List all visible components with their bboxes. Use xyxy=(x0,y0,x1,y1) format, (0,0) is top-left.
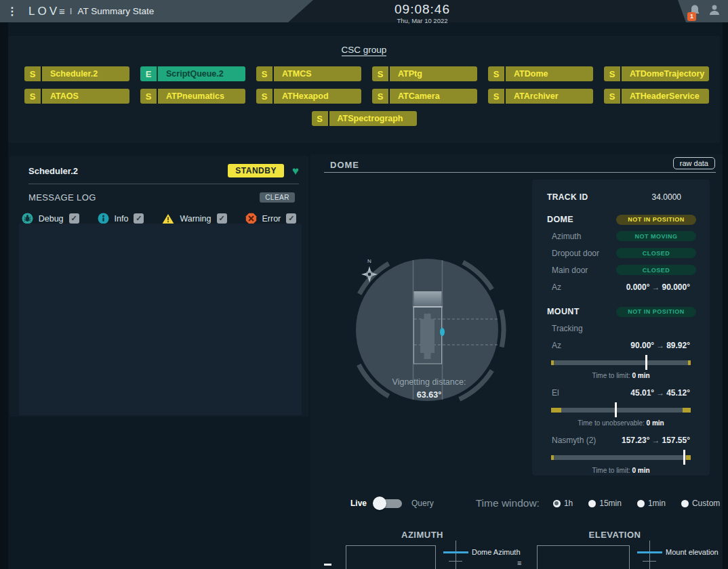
topbar-right-section: 1 xyxy=(658,0,728,22)
csc-label: ATCamera xyxy=(390,89,477,104)
time-window-options: 1h 15min 1min Custom xyxy=(553,499,720,508)
arrow-icon: → xyxy=(654,341,666,350)
mount-el-row: El 45.01°→45.12° xyxy=(532,385,710,401)
csc-button-atdometrajectory[interactable]: SATDomeTrajectory xyxy=(604,66,709,81)
csc-label: ATHexapod xyxy=(274,89,361,104)
row-label: Az xyxy=(552,341,561,350)
csc-state-badge: S xyxy=(372,66,388,81)
dome-az-row: Az 0.000°→90.000° xyxy=(532,278,710,295)
az-current: 0.000° xyxy=(626,282,650,292)
time-controls-row: Live Query Time window: 1h 15min 1min Cu… xyxy=(310,493,723,513)
legend-crosshair-vline xyxy=(649,541,650,569)
csc-button-atptg[interactable]: SATPtg xyxy=(372,66,477,81)
dome-shutter-opening xyxy=(414,291,442,307)
az-target: 90.000° xyxy=(662,282,690,292)
mount-az-values: 90.00°→89.92° xyxy=(630,341,696,350)
menu-kebab-icon[interactable]: ⋮ xyxy=(7,5,19,18)
legend-blue-line xyxy=(637,551,662,553)
csc-button-atpneumatics[interactable]: SATPneumatics xyxy=(140,89,245,104)
message-log-header: MESSAGE LOG CLEAR xyxy=(9,184,308,203)
time-window-custom[interactable]: Custom xyxy=(681,499,720,508)
live-query-toggle[interactable] xyxy=(375,499,402,508)
mount-el-limit-slider xyxy=(551,402,691,417)
dome-panel-title: DOME xyxy=(330,160,359,170)
csc-button-atarchiver[interactable]: SATArchiver xyxy=(488,89,593,104)
csc-label: ATArchiver xyxy=(506,89,593,104)
csc-state-badge: S xyxy=(312,111,328,126)
time-window-1min[interactable]: 1min xyxy=(637,499,666,508)
error-checkbox[interactable]: ✓ xyxy=(286,213,296,224)
csc-group-title: CSC group xyxy=(8,36,720,55)
csc-button-atmcs[interactable]: SATMCS xyxy=(256,66,361,81)
csc-button-ataos[interactable]: SATAOS xyxy=(24,89,129,104)
csc-button-atdome[interactable]: SATDome xyxy=(488,66,593,81)
csc-button-atcamera[interactable]: SATCamera xyxy=(372,89,477,104)
csc-button-athexapod[interactable]: SATHexapod xyxy=(256,89,361,104)
filter-label: Info xyxy=(115,214,129,224)
csc-button-atspectrograph[interactable]: SATSpectrograph xyxy=(312,111,417,126)
csc-label: ATMCS xyxy=(274,66,361,81)
azimuth-chart-area xyxy=(346,545,436,569)
dome-header: DOME raw data xyxy=(310,154,723,173)
time-window-15min[interactable]: 15min xyxy=(588,499,622,508)
notification-count-badge: 1 xyxy=(687,12,696,21)
time-window-1h[interactable]: 1h xyxy=(553,499,573,508)
csc-label: ATAOS xyxy=(42,89,129,104)
divider xyxy=(324,172,716,173)
csc-label: ATHeaderService xyxy=(622,89,709,104)
dome-section-header: DOME NOT IN POSITION xyxy=(532,211,710,228)
debug-bug-icon xyxy=(22,213,33,224)
row-label: El xyxy=(552,388,559,398)
dropout-door-row: Dropout door CLOSED xyxy=(532,245,710,261)
csc-button-atheaderservice[interactable]: SATHeaderService xyxy=(604,89,709,104)
row-label: Azimuth xyxy=(552,232,581,241)
row-label: Az xyxy=(552,282,561,292)
csc-state-badge: E xyxy=(140,66,157,81)
warning-checkbox[interactable]: ✓ xyxy=(217,213,227,224)
love-logo: LOV ≡ I xyxy=(28,5,77,18)
radio-1h[interactable] xyxy=(553,500,561,507)
csc-state-badge: S xyxy=(488,89,504,104)
csc-state-badge: S xyxy=(604,66,620,81)
clear-button[interactable]: CLEAR xyxy=(260,192,295,203)
user-icon[interactable] xyxy=(708,3,721,20)
top-navigation-bar: ⋮ LOV ≡ I AT Summary State 09:08:46 Thu,… xyxy=(0,0,728,22)
raw-data-button[interactable]: raw data xyxy=(673,157,715,169)
info-checkbox[interactable]: ✓ xyxy=(134,213,144,224)
elevation-chart-legend: Mount elevation 0 xyxy=(637,541,698,569)
csc-state-badge: S xyxy=(372,89,388,104)
radio-15min[interactable] xyxy=(588,500,596,507)
nasmyth-time-to-limit: Time to limit: 0 min xyxy=(551,465,691,477)
drag-grip-icon[interactable]: ≡ xyxy=(517,559,521,567)
legend-gray-line xyxy=(643,561,656,562)
view-title: AT Summary State xyxy=(77,6,154,16)
message-log-area xyxy=(19,224,302,415)
csc-state-badge: S xyxy=(604,89,620,104)
filter-label: Debug xyxy=(39,214,64,224)
csc-state-badge: S xyxy=(24,66,41,81)
elevation-chart-title: ELEVATION xyxy=(567,530,662,540)
debug-checkbox[interactable]: ✓ xyxy=(69,213,79,224)
csc-button-scriptqueue2[interactable]: EScriptQueue.2 xyxy=(140,66,245,81)
csc-button-scheduler2[interactable]: SScheduler.2 xyxy=(24,66,129,81)
dome-az-values: 0.000°→90.000° xyxy=(626,282,696,292)
radio-custom[interactable] xyxy=(681,500,689,507)
message-log-title: MESSAGE LOG xyxy=(28,192,96,203)
csc-label: ScriptQueue.2 xyxy=(158,66,245,81)
csc-row-1: SScheduler.2 EScriptQueue.2 SATMCS SATPt… xyxy=(8,66,720,81)
mount-az-limit-slider xyxy=(551,355,691,370)
main-door-status-pill: CLOSED xyxy=(616,265,696,275)
legend-crosshair-vline xyxy=(456,541,456,569)
filter-info: Info ✓ xyxy=(98,213,144,224)
azimuth-status-pill: NOT MOVING xyxy=(616,231,696,241)
legend-blue-line xyxy=(443,551,468,553)
track-id-row: TRACK ID 34.0000 xyxy=(532,189,710,205)
csc-label: ATPneumatics xyxy=(158,89,245,104)
mount-el-time-to-unobservable: Time to unobservable: 0 min xyxy=(551,417,691,429)
legend-label: Mount elevation xyxy=(666,548,719,556)
toggle-knob[interactable] xyxy=(373,497,386,510)
radio-1min[interactable] xyxy=(637,500,645,507)
mount-az-slider-block: Time to limit: 0 min xyxy=(532,355,710,382)
csc-state-badge: S xyxy=(24,89,41,104)
notifications-bell-icon[interactable]: 1 xyxy=(689,4,702,19)
